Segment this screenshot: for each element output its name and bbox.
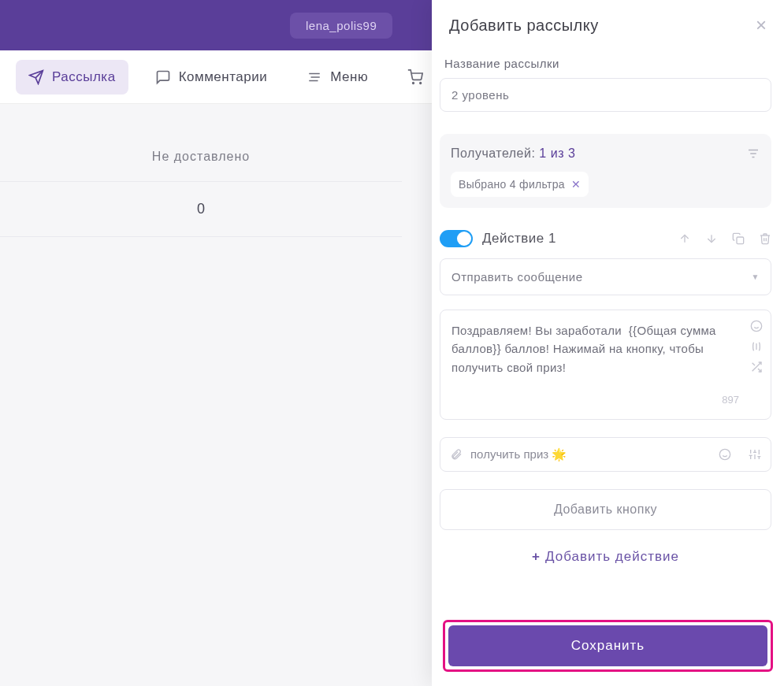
move-up-icon[interactable] — [678, 232, 691, 245]
button-preview-row[interactable]: получить приз 🌟 — [440, 437, 771, 472]
cart-icon — [407, 69, 423, 85]
svg-point-4 — [420, 83, 422, 84]
comment-icon — [155, 69, 171, 85]
filter-chip-label: Выбрано 4 фильтра — [459, 178, 565, 191]
button-preview-label: получить приз 🌟 — [470, 447, 567, 462]
emoji-icon[interactable] — [750, 320, 763, 332]
modal-footer: Сохранить — [432, 610, 784, 686]
add-action[interactable]: +Добавить действие — [440, 530, 771, 577]
action-toggle[interactable] — [440, 230, 473, 247]
tab-menu[interactable]: Меню — [294, 60, 381, 95]
action-header: Действие 1 — [440, 230, 771, 247]
recipients-label: Получателей: — [451, 146, 539, 160]
add-action-label: Добавить действие — [545, 549, 679, 564]
modal-body: Название рассылки Получателей: 1 из 3 Вы… — [432, 49, 784, 610]
svg-point-11 — [751, 321, 761, 331]
menu-lines-icon — [307, 69, 322, 85]
variable-icon[interactable] — [750, 340, 763, 353]
tab-cart[interactable] — [395, 60, 436, 95]
modal-header: Добавить рассылку × — [432, 0, 784, 49]
message-text: Поздравляем! Вы заработали {{Общая сумма… — [451, 321, 739, 376]
tab-label: Рассылка — [52, 69, 116, 85]
svg-line-17 — [752, 363, 755, 365]
recipients-box: Получателей: 1 из 3 Выбрано 4 фильтра ✕ — [440, 134, 771, 208]
broadcast-name-input[interactable] — [440, 78, 771, 112]
message-side-tools — [750, 320, 763, 373]
send-icon — [28, 69, 44, 85]
action-type-label: Отправить сообщение — [451, 270, 583, 284]
recipients-text: Получателей: 1 из 3 — [451, 146, 575, 161]
add-broadcast-modal: Добавить рассылку × Название рассылки По… — [432, 0, 784, 686]
filter-chip[interactable]: Выбрано 4 фильтра ✕ — [451, 172, 589, 197]
sliders-icon[interactable] — [749, 448, 761, 461]
stats-header: Не доставлено — [0, 104, 402, 182]
action-type-select[interactable]: Отправить сообщение ▼ — [440, 258, 771, 295]
svg-point-18 — [719, 449, 730, 459]
attach-icon — [450, 448, 463, 461]
char-count: 897 — [451, 392, 739, 407]
chevron-down-icon: ▼ — [752, 273, 760, 281]
tab-comments[interactable]: Комментарии — [143, 60, 281, 95]
close-icon[interactable]: × — [756, 16, 767, 35]
svg-rect-10 — [737, 237, 744, 244]
stats-value: 0 — [0, 182, 402, 237]
svg-point-3 — [413, 83, 414, 84]
move-down-icon[interactable] — [705, 232, 718, 245]
account-chip[interactable]: lena_polis99 — [290, 13, 392, 39]
add-button-row[interactable]: Добавить кнопку — [440, 489, 771, 530]
recipients-count: 1 из 3 — [539, 146, 575, 160]
name-label: Название рассылки — [444, 57, 771, 70]
modal-title: Добавить рассылку — [449, 17, 599, 35]
message-box[interactable]: Поздравляем! Вы заработали {{Общая сумма… — [440, 310, 771, 420]
save-highlight: Сохранить — [443, 620, 773, 672]
emoji-icon[interactable] — [719, 448, 731, 461]
save-button[interactable]: Сохранить — [448, 625, 767, 666]
shuffle-icon[interactable] — [750, 361, 763, 373]
tab-broadcast[interactable]: Рассылка — [16, 60, 128, 95]
tab-label: Комментарии — [179, 69, 268, 85]
tab-label: Меню — [330, 69, 368, 85]
trash-icon[interactable] — [759, 232, 771, 245]
clear-filter-icon[interactable]: ✕ — [571, 178, 581, 191]
action-title: Действие 1 — [482, 231, 669, 247]
filter-icon[interactable] — [746, 146, 760, 161]
plus-icon: + — [532, 549, 541, 564]
action-toolbar — [678, 232, 771, 245]
copy-icon[interactable] — [732, 232, 745, 245]
